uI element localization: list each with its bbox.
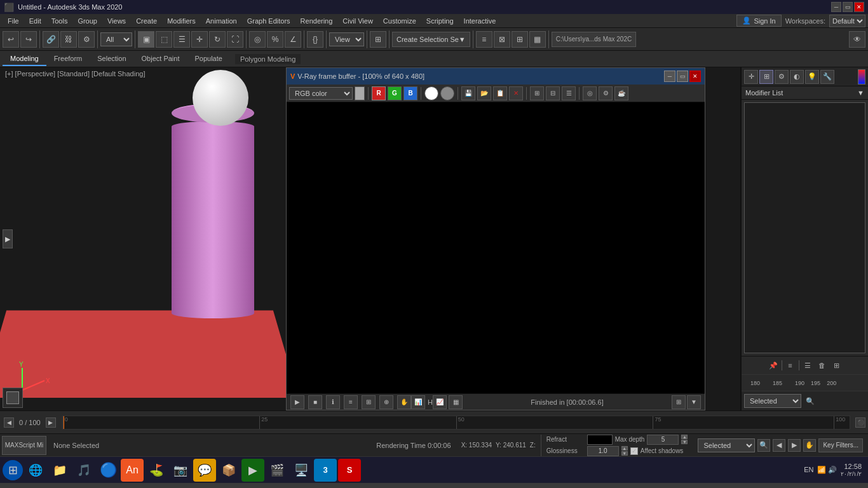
taskbar-app2[interactable]: An	[121, 459, 144, 482]
vray-gray-circle[interactable]	[440, 86, 454, 100]
vray-save-button[interactable]: 💾	[461, 86, 475, 100]
nav-icon-2[interactable]: ▶	[788, 439, 801, 452]
region-select-tool[interactable]: ⬚	[156, 31, 172, 48]
reference-tool[interactable]: ◎	[249, 31, 266, 48]
gloss-spinner-down[interactable]: ▼	[621, 451, 628, 456]
glossiness-spinner[interactable]: ▲ ▼	[621, 446, 628, 456]
align-tool[interactable]: ⊞	[370, 31, 386, 48]
restore-button[interactable]: ▭	[843, 2, 853, 12]
scene-explorer[interactable]: ⊞	[512, 31, 528, 48]
unlink-button[interactable]: ⛓	[60, 31, 77, 48]
taskbar-app6[interactable]: 📦	[217, 459, 240, 482]
gloss-spinner-up[interactable]: ▲	[621, 446, 628, 451]
nav-icon-3[interactable]: ✋	[803, 439, 816, 452]
max-depth-value[interactable]: 5	[647, 435, 679, 445]
vray-titlebar[interactable]: V V-Ray frame buffer - [100% of 640 x 48…	[287, 68, 705, 85]
utilities-panel-icon[interactable]: 🔧	[820, 70, 834, 84]
refract-swatch[interactable]	[587, 435, 613, 445]
timeline-track[interactable]: 0 25 50 75 100	[62, 416, 850, 430]
menu-tools[interactable]: Tools	[46, 16, 73, 26]
menu-rendering[interactable]: Rendering	[295, 16, 338, 26]
viewport-left-arrow[interactable]: ▶	[3, 229, 13, 248]
tab-modeling[interactable]: Modeling	[3, 52, 46, 66]
menu-file[interactable]: File	[3, 16, 24, 26]
color-mode-dropdown[interactable]: RGB color	[289, 87, 353, 100]
vray-denoise-button[interactable]: ⚙	[599, 86, 613, 100]
minimize-button[interactable]: ─	[831, 2, 841, 12]
selection-by-name[interactable]: ☰	[173, 31, 190, 48]
create-selection-set-button[interactable]: Create Selection Se ▼	[392, 32, 470, 47]
taskbar-app10[interactable]: S	[338, 459, 361, 482]
menu-interactive[interactable]: Interactive	[459, 16, 501, 26]
undo-button[interactable]: ↩	[3, 31, 19, 48]
vray-settings-button[interactable]: ▼	[687, 395, 701, 409]
bottom-selected-dropdown[interactable]: Selected	[698, 438, 755, 452]
snap-toggle[interactable]: %	[267, 31, 283, 48]
mirror-tool[interactable]: {}	[307, 31, 323, 48]
vray-minimize-button[interactable]: ─	[664, 71, 675, 82]
vray-clear-button[interactable]: ✕	[509, 86, 523, 100]
properties-tool-icon[interactable]: ⊞	[831, 359, 843, 372]
close-button[interactable]: ✕	[854, 2, 864, 12]
tab-object-paint[interactable]: Object Paint	[134, 52, 187, 66]
move-tool[interactable]: ✛	[191, 31, 208, 48]
color-gradient-swatch[interactable]	[858, 69, 865, 85]
taskbar-app7[interactable]: ▶	[241, 459, 264, 482]
link-button[interactable]: 🔗	[43, 31, 59, 48]
vray-channels-button[interactable]: ☰	[562, 86, 576, 100]
spinner-up[interactable]: ▲	[681, 435, 688, 439]
vray-zoom-button[interactable]: ⊕	[379, 395, 393, 409]
vray-chart-button[interactable]: 📊	[411, 395, 425, 409]
timeline-key-mode[interactable]: ⚫	[855, 417, 865, 428]
tab-freeform[interactable]: Freeform	[46, 52, 90, 66]
angle-snap[interactable]: ∠	[285, 31, 301, 48]
modifier-dropdown-arrow[interactable]: ▼	[857, 89, 864, 97]
create-panel-icon[interactable]: ✛	[744, 70, 758, 84]
delete-tool-icon[interactable]: 🗑	[816, 359, 829, 372]
vray-pan-button[interactable]: ✋	[397, 395, 411, 409]
scale-tool[interactable]: ⛶	[227, 31, 243, 48]
vray-stop-button[interactable]: ■	[308, 395, 322, 409]
menu-customize[interactable]: Customize	[378, 16, 421, 26]
vray-color-swatch[interactable]	[355, 86, 365, 100]
display-panel-icon[interactable]: 💡	[805, 70, 819, 84]
menu-graph-editors[interactable]: Graph Editors	[242, 16, 295, 26]
sign-in-button[interactable]: 👤 Sign In	[736, 15, 781, 27]
maxscript-button[interactable]: MAXScript Mi	[2, 436, 46, 455]
workspace-dropdown[interactable]: Default	[829, 15, 865, 27]
view-dropdown[interactable]: View	[329, 32, 364, 46]
vray-bar-button[interactable]: ▦	[449, 395, 463, 409]
menu-group[interactable]: Group	[72, 16, 102, 26]
config-tool-icon[interactable]: ☰	[801, 359, 814, 372]
vray-compare-button[interactable]: ⊟	[546, 86, 560, 100]
menu-animation[interactable]: Animation	[201, 16, 242, 26]
taskbar-app4[interactable]: 📷	[169, 459, 192, 482]
menu-modifiers[interactable]: Modifiers	[162, 16, 201, 26]
taskbar-3dsmax[interactable]: 3	[314, 459, 337, 482]
viewport[interactable]: [+] [Perspective] [Standard] [Default Sh…	[0, 67, 741, 410]
vray-white-circle[interactable]	[424, 86, 438, 100]
modifier-list-box[interactable]	[744, 102, 865, 353]
timeline-next-button[interactable]: ▶	[46, 417, 56, 428]
title-bar-controls[interactable]: ─ ▭ ✕	[831, 2, 864, 12]
timeline-prev-button[interactable]: ◀	[4, 417, 14, 428]
menu-scripting[interactable]: Scripting	[421, 16, 459, 26]
vray-channel-g[interactable]: G	[388, 86, 402, 100]
vray-close-button[interactable]: ✕	[689, 71, 701, 82]
tab-populate[interactable]: Populate	[187, 52, 229, 66]
tab-selection[interactable]: Selection	[90, 52, 133, 66]
vray-copy-button[interactable]: 📋	[493, 86, 507, 100]
container-button[interactable]: ▦	[529, 31, 546, 48]
vray-open-button[interactable]: 📂	[477, 86, 491, 100]
start-button[interactable]: ⊞	[3, 460, 23, 480]
menu-create[interactable]: Create	[131, 16, 162, 26]
rotate-tool[interactable]: ↻	[209, 31, 226, 48]
glossiness-value[interactable]: 1.0	[587, 446, 619, 456]
taskbar-app9[interactable]: 🖥️	[290, 459, 313, 482]
vray-play-button[interactable]: ▶	[290, 395, 304, 409]
vray-channel-r[interactable]: R	[372, 86, 386, 100]
hierarchy-panel-icon[interactable]: ⚙	[775, 70, 789, 84]
affect-shadows-checkbox[interactable]: ✓	[630, 447, 638, 455]
bind-button[interactable]: ⚙	[78, 31, 95, 48]
vray-fullscreen-button[interactable]: ⊞	[672, 395, 686, 409]
